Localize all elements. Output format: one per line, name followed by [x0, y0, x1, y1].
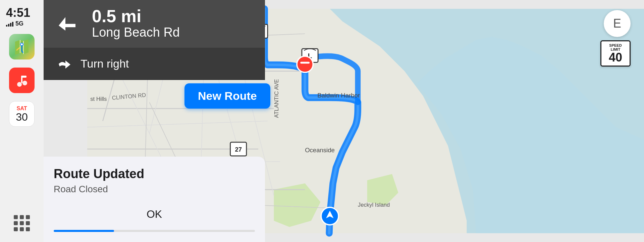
progress-bar-container: [54, 230, 255, 232]
signal-row: 5G: [6, 20, 23, 27]
signal-bars: [6, 21, 13, 27]
svg-text:Jeckyl Island: Jeckyl Island: [358, 202, 390, 208]
calendar-day-number: 30: [16, 112, 28, 122]
svg-point-3: [22, 81, 27, 85]
route-update-subtitle: Road Closed: [54, 184, 255, 195]
turn-right-arrow-icon: [54, 54, 74, 74]
compass: E: [604, 10, 631, 37]
app-switcher-dots[interactable]: [10, 211, 34, 235]
speed-limit-sign: SPEEDLIMIT 40: [600, 40, 631, 67]
nav-primary-instruction: 0.5 mi Long Beach Rd: [44, 0, 265, 48]
svg-text:ATLANTIC AVE: ATLANTIC AVE: [273, 79, 280, 118]
svg-text:Oceanside: Oceanside: [305, 147, 335, 154]
status-bar: 4:51 5G: [0, 7, 44, 27]
calendar-app-icon[interactable]: SAT 30: [9, 101, 35, 127]
turn-left-arrow-icon: [54, 9, 84, 39]
svg-rect-41: [300, 62, 310, 64]
app-icons: SAT 30: [9, 34, 35, 211]
music-app-icon[interactable]: [9, 68, 35, 93]
main-content: CLINTON RD Merrick Station Baldwin Harbo…: [44, 0, 644, 242]
svg-text:27: 27: [235, 146, 242, 153]
svg-text:Baldwin Harbor: Baldwin Harbor: [317, 92, 360, 99]
speed-limit-value: 40: [603, 51, 628, 64]
svg-point-1: [21, 43, 23, 45]
network-type: 5G: [15, 20, 23, 27]
svg-point-2: [17, 82, 22, 87]
nav-distance: 0.5 mi: [92, 7, 180, 25]
svg-rect-5: [21, 76, 26, 78]
new-route-button[interactable]: New Route: [184, 83, 270, 109]
ok-button[interactable]: OK: [54, 203, 255, 226]
nav-street-name: Long Beach Rd: [92, 25, 180, 40]
sidebar: 4:51 5G: [0, 0, 44, 242]
maps-app-icon[interactable]: [9, 34, 35, 59]
clock: 4:51: [6, 7, 30, 19]
svg-text:st Hills: st Hills: [90, 96, 107, 102]
progress-bar-fill: [54, 230, 114, 232]
route-update-card: Route Updated Road Closed OK: [44, 157, 265, 242]
nav-secondary-text: Turn right: [80, 57, 129, 70]
nav-secondary-instruction: Turn right: [44, 48, 265, 80]
route-update-title: Route Updated: [54, 167, 255, 181]
navigation-card: 0.5 mi Long Beach Rd Turn right: [44, 0, 265, 80]
